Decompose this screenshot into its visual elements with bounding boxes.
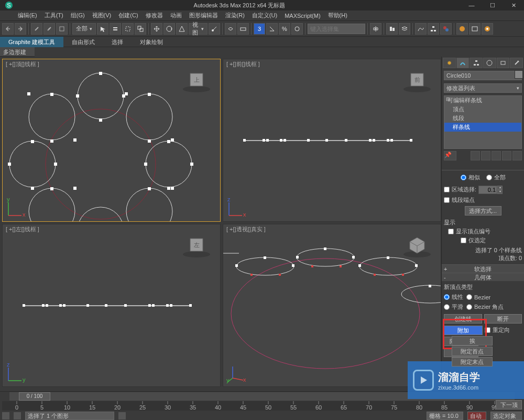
break-button[interactable]: 断开 (484, 314, 522, 324)
stack-vertex[interactable]: 顶点 (444, 105, 521, 114)
auto-key-button[interactable]: 自动 (467, 412, 486, 420)
menu-view[interactable]: 视图(V) (92, 12, 112, 19)
select-region-button[interactable] (122, 23, 134, 35)
move-button[interactable] (151, 23, 162, 35)
material-editor-button[interactable] (440, 23, 452, 35)
redo-button[interactable] (15, 23, 26, 35)
curve-editor-button[interactable] (415, 23, 427, 35)
viewport-front-label[interactable]: [ +[]前[]线框 ] (226, 60, 260, 68)
radio-all[interactable]: 全部 (486, 174, 506, 181)
angle-snap-button[interactable] (266, 23, 278, 35)
stack-btn-1[interactable] (471, 151, 480, 160)
viewport-perspective-label[interactable]: [ +[]透视[]真实 ] (226, 225, 266, 233)
pivot-button[interactable] (209, 23, 220, 35)
app-logo[interactable]: S (0, 0, 18, 10)
create-line-button[interactable]: 创建线 (444, 314, 482, 324)
create-panel-tab[interactable]: ✹ (443, 58, 456, 68)
undo-button[interactable] (2, 23, 14, 35)
menu-render[interactable]: 渲染(R) (225, 12, 245, 19)
attach-button[interactable]: 附加 (444, 326, 483, 335)
stack-root[interactable]: ⊟可编辑样条线 (444, 96, 521, 105)
region-select-check[interactable]: 区域选择: (444, 186, 476, 193)
schematic-button[interactable] (428, 23, 439, 35)
display-panel-tab[interactable] (497, 58, 510, 68)
modifier-list-dropdown[interactable]: 修改器列表 (444, 83, 522, 93)
menu-maxscript[interactable]: MAXScript(M) (285, 13, 320, 19)
modifier-stack[interactable]: ⊟可编辑样条线 顶点 线段 样条线 (444, 95, 522, 149)
menu-animation[interactable]: 动画 (170, 12, 182, 19)
render-setup-button[interactable] (456, 23, 468, 35)
scale-button[interactable] (176, 23, 188, 35)
snap-toggle-button[interactable]: 3 (254, 23, 265, 35)
motion-panel-tab[interactable] (483, 58, 496, 68)
object-color-swatch[interactable] (515, 70, 523, 79)
tab-freeform[interactable]: 自由形式 (63, 37, 103, 47)
hidden-btn-2[interactable]: 附定首点 (452, 347, 493, 356)
radio-similar[interactable]: 相似 (461, 174, 480, 181)
named-selection-input[interactable] (308, 24, 365, 34)
tab-graphite[interactable]: Graphite 建模工具 (0, 37, 63, 47)
menu-edit[interactable]: 编辑(E) (18, 12, 37, 19)
viewport-left-label[interactable]: [ +[]左[]线框 ] (6, 225, 39, 233)
pin-stack-button[interactable]: 📌 (444, 151, 456, 160)
rotate-button[interactable] (163, 23, 175, 35)
render-button[interactable] (482, 23, 493, 35)
viewcube-icon[interactable] (401, 232, 433, 259)
track-bar[interactable]: 05101520253035404550556065707580859095 (2, 401, 522, 411)
percent-snap-button[interactable]: % (279, 23, 290, 35)
unlink-button[interactable] (43, 23, 55, 35)
mirror-button[interactable] (370, 23, 381, 35)
menu-create[interactable]: 创建(C) (118, 12, 138, 19)
render-frame-button[interactable] (469, 23, 481, 35)
radio-linear[interactable]: 线性 (444, 293, 463, 301)
radio-bezier[interactable]: Bezier (466, 293, 490, 301)
menu-modifier[interactable]: 修改器 (146, 12, 163, 19)
radio-bezier-corner[interactable]: Bezier 角点 (466, 303, 504, 311)
selection-scope-dropdown[interactable]: 全部 (72, 23, 96, 35)
only-selected-check[interactable]: 仅选定 (461, 236, 522, 244)
rollout-soft-select[interactable]: +软选择 (442, 264, 524, 273)
hidden-btn-3[interactable]: 附定末点 (452, 357, 493, 367)
ribbon-polymodel[interactable]: 多边形建模 (0, 47, 35, 57)
object-name-input[interactable] (444, 71, 522, 80)
region-select-spinner[interactable]: ▴▾ (478, 186, 503, 194)
viewport-top[interactable]: [ +[]顶[]线框 ] (2, 59, 221, 222)
layers-button[interactable] (399, 23, 410, 35)
keyboard-shortcut-button[interactable] (237, 23, 249, 35)
reorient-check[interactable]: 重定向 (485, 326, 522, 334)
stack-btn-2[interactable] (481, 151, 490, 160)
close-button[interactable]: ✕ (503, 0, 524, 10)
align-button[interactable] (386, 23, 398, 35)
radio-smooth[interactable]: 平滑 (444, 303, 463, 311)
manipulate-button[interactable] (225, 23, 236, 35)
window-crossing-button[interactable] (135, 23, 146, 35)
viewport-top-label[interactable]: [ +[]顶[]线框 ] (6, 60, 39, 68)
rollout-geometry[interactable]: -几何体 (442, 273, 524, 281)
segment-end-check[interactable]: 线段端点 (444, 196, 522, 204)
menu-help[interactable]: 帮助(H) (328, 12, 347, 19)
hidden-btn-1[interactable]: 挨 (452, 336, 493, 346)
menu-tools[interactable]: 工具(T) (45, 12, 63, 19)
modify-panel-tab[interactable] (456, 58, 470, 68)
minimize-button[interactable]: — (461, 0, 482, 10)
select-method-button[interactable]: 选择方式... (465, 206, 501, 216)
stack-segment[interactable]: 线段 (444, 114, 521, 123)
show-vertex-number-check[interactable]: 显示顶点编号 (448, 228, 522, 235)
viewcube-icon[interactable]: 左 (181, 232, 212, 259)
menu-group[interactable]: 组(G) (71, 12, 85, 19)
menu-customize[interactable]: 自定义(U) (252, 12, 277, 19)
tab-selection[interactable]: 选择 (103, 37, 132, 47)
viewport-left[interactable]: [ +[]左[]线框 ] 左 zy (2, 224, 221, 387)
select-by-name-button[interactable] (110, 23, 121, 35)
prompt-lock-icon[interactable] (14, 412, 21, 419)
bind-button[interactable] (56, 23, 68, 35)
keyfilter-dropdown[interactable]: 选定对象 (490, 412, 522, 420)
stack-spline[interactable]: 样条线 (444, 123, 521, 132)
configure-sets-button[interactable] (512, 151, 522, 160)
lock-selection-icon[interactable] (118, 412, 126, 419)
viewcube-icon[interactable]: 前 (401, 67, 433, 93)
hierarchy-panel-tab[interactable] (470, 58, 483, 68)
viewcube-icon[interactable]: 上 (181, 67, 212, 93)
spinner-snap-button[interactable] (291, 23, 303, 35)
link-button[interactable] (31, 23, 42, 35)
